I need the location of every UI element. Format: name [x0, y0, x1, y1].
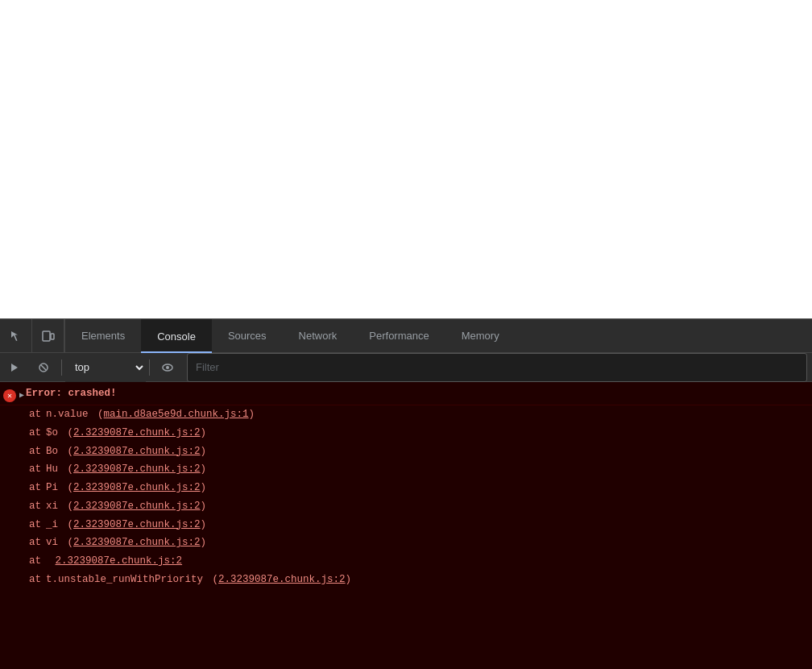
expand-error-button[interactable]: ▶ — [19, 390, 24, 400]
error-icon: ✕ — [3, 389, 16, 402]
stack-line-3: at Hu ( 2.3239087e.chunk.js:2 ) — [0, 460, 812, 479]
stack-link-5[interactable]: 2.3239087e.chunk.js:2 — [73, 499, 201, 514]
error-message: Error: crashed! — [26, 388, 117, 399]
tab-sources[interactable]: Sources — [212, 319, 283, 353]
stack-line-1: at $o ( 2.3239087e.chunk.js:2 ) — [0, 424, 812, 443]
clear-console-button[interactable] — [29, 353, 58, 382]
inspect-element-button[interactable] — [0, 319, 32, 353]
tab-elements[interactable]: Elements — [65, 319, 141, 353]
stack-line-8: at 2.3239087e.chunk.js:2 — [0, 552, 812, 571]
stack-line-2: at Bo ( 2.3239087e.chunk.js:2 ) — [0, 443, 812, 461]
console-error-entry: ✕ ▶ Error: crashed! — [0, 385, 812, 405]
stack-link-3[interactable]: 2.3239087e.chunk.js:2 — [73, 462, 201, 477]
run-script-button[interactable] — [0, 353, 29, 382]
svg-marker-2 — [11, 364, 18, 372]
devtools-tab-bar: Elements Console Sources Network Perform… — [0, 319, 812, 353]
stack-line-5: at xi ( 2.3239087e.chunk.js:2 ) — [0, 497, 812, 516]
console-filter-input[interactable] — [187, 353, 807, 382]
stack-link-9[interactable]: 2.3239087e.chunk.js:2 — [218, 572, 346, 588]
console-output: ✕ ▶ Error: crashed! at n.value ( main.d8… — [0, 382, 812, 669]
svg-point-6 — [166, 366, 169, 369]
stack-line-9: at t.unstable_runWithPriority ( 2.323908… — [0, 571, 812, 589]
stack-line-0: at n.value ( main.d8ae5e9d.chunk.js:1 ) — [0, 405, 812, 424]
stack-line-4: at Pi ( 2.3239087e.chunk.js:2 ) — [0, 479, 812, 497]
preserve-logs-button[interactable] — [153, 353, 182, 382]
tab-network[interactable]: Network — [283, 319, 354, 353]
tab-performance[interactable]: Performance — [353, 319, 445, 353]
tab-console[interactable]: Console — [141, 319, 212, 353]
stack-link-4[interactable]: 2.3239087e.chunk.js:2 — [73, 480, 201, 496]
svg-rect-0 — [43, 331, 50, 341]
stack-link-0[interactable]: main.d8ae5e9d.chunk.js:1 — [104, 407, 249, 422]
browser-viewport — [0, 0, 812, 318]
context-selector[interactable]: top — [65, 353, 146, 382]
devtools-panel: Elements Console Sources Network Perform… — [0, 318, 812, 669]
device-toolbar-button[interactable] — [32, 319, 64, 353]
stack-link-1[interactable]: 2.3239087e.chunk.js:2 — [73, 426, 201, 441]
stack-link-7[interactable]: 2.3239087e.chunk.js:2 — [73, 535, 201, 551]
svg-line-4 — [41, 365, 46, 370]
console-toolbar: top — [0, 353, 812, 382]
stack-link-2[interactable]: 2.3239087e.chunk.js:2 — [73, 444, 201, 459]
stack-line-7: at vi ( 2.3239087e.chunk.js:2 ) — [0, 534, 812, 552]
stack-line-6: at _i ( 2.3239087e.chunk.js:2 ) — [0, 516, 812, 534]
tab-memory[interactable]: Memory — [445, 319, 516, 353]
svg-rect-1 — [51, 334, 54, 339]
stack-link-8[interactable]: 2.3239087e.chunk.js:2 — [56, 554, 183, 569]
stack-link-6[interactable]: 2.3239087e.chunk.js:2 — [73, 517, 201, 533]
